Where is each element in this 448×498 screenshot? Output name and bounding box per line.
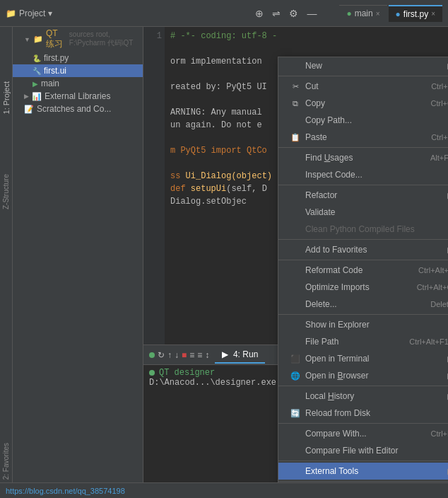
settings-icon[interactable]: ⚙ (289, 8, 298, 19)
menu-compare-editor-label: Compare File with Editor (305, 446, 398, 456)
status-link[interactable]: https://blog.csdn.net/qq_38574198 (6, 487, 125, 495)
menu-item-find-usages[interactable]: Find Usages Alt+F7 (278, 149, 448, 166)
run-icon-menu2[interactable]: ≡ (197, 350, 202, 360)
favorites-label-text: 2: Favorites (2, 443, 10, 480)
copy-icon: ⧉ (290, 99, 301, 108)
cut-shortcut: Ctrl+X (431, 82, 448, 91)
menu-item-reload[interactable]: 🔄 Reload from Disk (278, 405, 448, 422)
menu-validate-label: Validate (305, 207, 335, 217)
menu-item-local-history[interactable]: Local History ▶ (278, 388, 448, 405)
run-icon-down[interactable]: ↓ (175, 350, 179, 360)
content-area: 1 # -*- (143, 27, 448, 482)
tree-root-arrow: ▼ (24, 36, 30, 43)
separator-7 (278, 386, 448, 386)
run-tab-run[interactable]: ▶ 4: Run (215, 347, 265, 364)
tab-first-py[interactable]: ● first.py × (389, 5, 442, 22)
tree-root[interactable]: ▼ 📁 QT练习 sources root, F:\Pycharm 代码\QT (13, 27, 143, 52)
menu-item-cut[interactable]: ✂ Cut Ctrl+X (278, 78, 448, 95)
menu-cut-label: Cut (305, 81, 319, 91)
tree-item-external-libs[interactable]: ▶ 📊 External Libraries (13, 90, 143, 103)
separator-6 (278, 314, 448, 315)
menu-favorites-label: Add to Favorites (305, 245, 367, 255)
menu-item-delete[interactable]: Delete... Delete (278, 296, 448, 313)
menu-item-file-path[interactable]: File Path Ctrl+Alt+F12 (278, 333, 448, 350)
tree-item-first-ui[interactable]: 🔧 first.ui (13, 64, 143, 77)
run-controls-group: ↻ ↑ ↓ ■ ≡ ≡ ↕ (149, 350, 209, 360)
menu-find-usages-label: Find Usages (305, 153, 353, 163)
main-label: main (41, 79, 59, 88)
menu-item-new[interactable]: New ▶ (278, 57, 448, 74)
tab-first-py-close[interactable]: × (431, 10, 435, 18)
minimize-icon[interactable]: — (307, 8, 317, 19)
separator-2 (278, 147, 448, 148)
menu-new-label: New (305, 61, 322, 71)
compare-icon[interactable]: ⇌ (272, 8, 281, 19)
delete-shortcut: Delete (430, 300, 448, 308)
menu-item-copy-path[interactable]: Copy Path... (278, 112, 448, 129)
menu-item-refactor[interactable]: Refactor ▶ (278, 187, 448, 204)
separator-1 (278, 76, 448, 76)
menu-external-tools-label: External Tools (305, 466, 358, 476)
paste-shortcut: Ctrl+V (431, 133, 448, 141)
menu-item-paste[interactable]: 📋 Paste Ctrl+V (278, 129, 448, 146)
tab-main-close[interactable]: × (376, 10, 380, 18)
file-path-shortcut: Ctrl+Alt+F12 (409, 337, 448, 346)
menu-item-optimize[interactable]: Optimize Imports Ctrl+Alt+O (278, 279, 448, 296)
menu-item-open-browser[interactable]: 🌐 Open in Browser ▶ (278, 367, 448, 384)
menu-file-path-label: File Path (305, 337, 338, 347)
run-dot-indicator (149, 370, 155, 376)
toolbar-icons: ⊕ ⇌ ⚙ — (255, 8, 317, 19)
editor-section: 1 # -*- (143, 27, 448, 344)
run-path-label: D:\Anacod...\designer.exe (149, 378, 276, 388)
scratches-label: Scratches and Co... (37, 104, 111, 114)
tree-item-main[interactable]: ▶ main (13, 77, 143, 90)
browser-icon: 🌐 (290, 371, 301, 381)
copy-shortcut: Ctrl+C (431, 99, 448, 108)
optimize-shortcut: Ctrl+Alt+O (417, 283, 448, 291)
menu-item-open-terminal[interactable]: ⬛ Open in Terminal ▶ (278, 350, 448, 367)
run-icon-stop[interactable]: ■ (182, 350, 187, 360)
project-dropdown-arrow[interactable]: ▾ (48, 8, 52, 18)
run-icon-up[interactable]: ↑ (167, 350, 172, 360)
new-file-icon[interactable]: ⊕ (255, 8, 264, 19)
run-tab-run-label: ▶ 4: Run (222, 349, 258, 359)
first-py-label: first.py (44, 53, 69, 63)
run-icon-menu1[interactable]: ≡ (189, 350, 194, 360)
tree-item-scratches[interactable]: 📝 Scratches and Co... (13, 103, 143, 115)
ext-libs-icon: 📊 (32, 92, 42, 101)
menu-item-show-explorer[interactable]: Show in Explorer (278, 316, 448, 333)
top-toolbar: 📁 Project ▾ ⊕ ⇌ ⚙ — ● main × ● first.py … (0, 0, 448, 27)
menu-copy-label: Copy (305, 98, 325, 108)
tab-main-label: main (355, 8, 373, 18)
menu-item-favorites[interactable]: Add to Favorites ▶ (278, 241, 448, 258)
tree-item-first-py[interactable]: 🐍 first.py (13, 52, 143, 64)
project-label: Project (19, 8, 45, 18)
separator-5 (278, 260, 448, 260)
first-py-icon: 🐍 (33, 54, 41, 62)
project-tree: ▼ 📁 QT练习 sources root, F:\Pycharm 代码\QT … (13, 27, 143, 482)
editor-tabs: ● main × ● first.py × (339, 5, 442, 22)
tab-main[interactable]: ● main × (339, 5, 387, 21)
separator-3 (278, 185, 448, 185)
menu-item-compare[interactable]: Compare With... Ctrl+D (278, 425, 448, 442)
cut-icon: ✂ (290, 82, 301, 91)
menu-item-validate[interactable]: Validate (278, 204, 448, 221)
menu-reformat-label: Reformat Code (305, 265, 362, 275)
run-icon-resize[interactable]: ↕ (205, 350, 209, 360)
menu-item-compare-editor[interactable]: Compare File with Editor (278, 442, 448, 459)
project-menu[interactable]: 📁 Project ▾ (6, 8, 52, 18)
menu-item-inspect-code[interactable]: Inspect Code... (278, 166, 448, 183)
first-ui-icon: 🔧 (33, 67, 41, 75)
first-ui-label: first.ui (44, 66, 66, 76)
compare-shortcut: Ctrl+D (431, 429, 448, 438)
run-icon-refresh[interactable]: ↻ (158, 350, 165, 360)
menu-copy-path-label: Copy Path... (305, 115, 352, 125)
tree-root-path: sources root, F:\Pycharm 代码\QT (69, 30, 140, 48)
tab-main-icon: ● (346, 8, 351, 18)
separator-10 (278, 481, 448, 482)
menu-item-copy[interactable]: ⧉ Copy Ctrl+C (278, 95, 448, 112)
status-bar: https://blog.csdn.net/qq_38574198 (0, 482, 448, 498)
menu-reload-label: Reload from Disk (305, 408, 370, 418)
menu-item-reformat[interactable]: Reformat Code Ctrl+Alt+L (278, 262, 448, 279)
menu-item-external-tools[interactable]: External Tools ▶ QT designer (278, 463, 448, 480)
